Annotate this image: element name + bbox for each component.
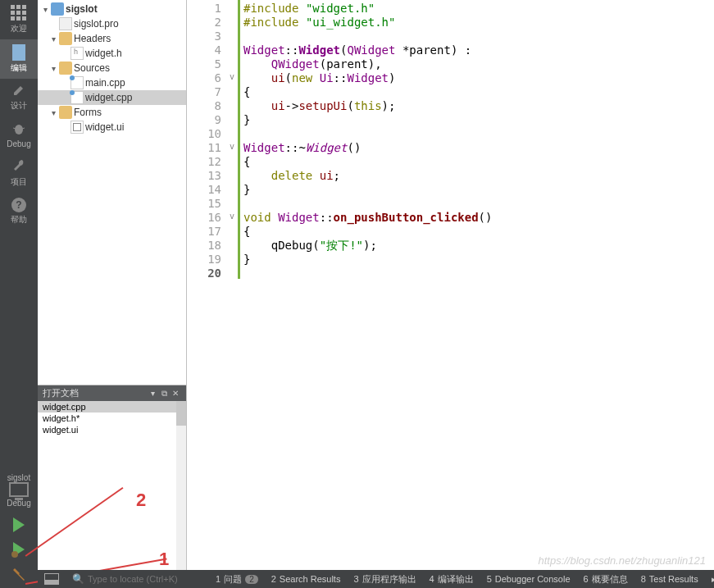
code-line[interactable]: ui(new Ui::Widget): [243, 71, 711, 85]
tree-pro-file[interactable]: sigslot.pro: [38, 16, 186, 31]
code-line[interactable]: {: [243, 155, 711, 169]
code-line[interactable]: }: [243, 113, 711, 127]
tree-root[interactable]: ▾sigslot: [38, 2, 186, 16]
scrollbar[interactable]: [176, 401, 186, 588]
code-line[interactable]: #include "widget.h": [243, 2, 711, 16]
tree-headers-folder[interactable]: ▾Headers: [38, 31, 186, 46]
run-debug-button[interactable]: [0, 537, 38, 562]
locator[interactable]: 🔍: [66, 573, 209, 585]
activity-bar: 欢迎 编辑 设计 Debug 项目 ? 帮助 sigslot Debug: [0, 0, 38, 588]
tree-widget-h[interactable]: widget.h: [38, 46, 186, 61]
fold-marker: [226, 125, 238, 139]
open-doc-item[interactable]: widget.cpp: [38, 401, 186, 413]
pane-label: 概要信息: [592, 573, 628, 586]
run-button[interactable]: [0, 513, 38, 537]
code-line[interactable]: QWidget(parent),: [243, 57, 711, 71]
line-number: 14: [189, 183, 221, 197]
annotation-number: 2: [136, 490, 146, 511]
kit-selector[interactable]: sigslot Debug: [0, 468, 38, 513]
code-line[interactable]: Widget::~Widget(): [243, 141, 711, 155]
line-number: 11: [189, 141, 221, 155]
code-line[interactable]: void Widget::on_pushButton_clicked(): [243, 211, 711, 225]
tree-label: sigslot.pro: [74, 18, 119, 30]
file-icon: [59, 17, 72, 30]
code-line[interactable]: qDebug("按下!");: [243, 239, 711, 253]
pane-label: 编译输出: [438, 573, 474, 586]
output-pane-tab[interactable]: 6 概要信息: [577, 573, 634, 586]
code-editor[interactable]: 1234567891011121314151617181920 vvv #inc…: [187, 0, 714, 588]
cpp-file-icon: [70, 76, 84, 89]
mode-edit[interactable]: 编辑: [0, 39, 38, 79]
output-pane-tab[interactable]: 2 Search Results: [265, 573, 348, 586]
code-line[interactable]: ui->setupUi(this);: [243, 99, 711, 113]
mode-design[interactable]: 设计: [0, 79, 38, 116]
toggle-sidebar-button[interactable]: [38, 573, 66, 585]
tree-widget-ui[interactable]: widget.ui: [38, 120, 186, 134]
mode-label: 设计: [0, 100, 38, 112]
fold-marker: [226, 153, 238, 167]
play-debug-icon: [13, 542, 25, 557]
line-number: 10: [189, 127, 221, 141]
open-documents-title: 打开文档: [43, 387, 147, 399]
open-doc-item[interactable]: widget.ui: [38, 424, 186, 435]
output-pane-tab[interactable]: 1 问题 2: [209, 573, 265, 586]
mode-help[interactable]: ? 帮助: [0, 193, 38, 230]
side-panel: ▾sigslot sigslot.pro ▾Headers widget.h ▾…: [38, 0, 187, 588]
code-line[interactable]: [243, 197, 711, 211]
output-pane-tab[interactable]: 4 编译输出: [423, 573, 480, 586]
folder-icon: [59, 32, 72, 45]
chevron-down-icon: ▾: [49, 108, 57, 117]
code-content[interactable]: #include "widget.h"#include "ui_widget.h…: [240, 0, 714, 588]
code-line[interactable]: delete ui;: [243, 169, 711, 183]
scrollbar-thumb[interactable]: [176, 401, 186, 426]
fold-marker: [226, 265, 238, 279]
project-name: sigslot: [0, 473, 38, 482]
line-number: 1: [189, 2, 221, 16]
split-button[interactable]: ⧉: [158, 389, 170, 399]
tree-main-cpp[interactable]: main.cpp: [38, 75, 186, 90]
annotation-arrow: [25, 487, 124, 556]
build-button[interactable]: [0, 562, 38, 588]
code-line[interactable]: [243, 267, 711, 280]
pane-more-button[interactable]: ▸: [705, 573, 714, 586]
pencil-icon: [12, 84, 25, 97]
code-line[interactable]: }: [243, 183, 711, 197]
code-line[interactable]: [243, 127, 711, 141]
mode-debug[interactable]: Debug: [0, 116, 38, 153]
output-pane-tab[interactable]: 8 Test Results: [634, 573, 705, 586]
fold-marker[interactable]: v: [226, 209, 238, 223]
locator-input[interactable]: [88, 574, 202, 584]
fold-marker[interactable]: v: [226, 139, 238, 153]
fold-marker: [226, 237, 238, 251]
close-button[interactable]: ✕: [170, 389, 181, 398]
grid-icon: [11, 5, 27, 21]
output-panes: 1 问题 22 Search Results3 应用程序输出4 编译输出5 De…: [209, 573, 714, 586]
mode-projects[interactable]: 项目: [0, 153, 38, 193]
tree-widget-cpp[interactable]: widget.cpp: [38, 90, 186, 105]
open-doc-label: widget.h*: [43, 413, 80, 423]
pane-label: Search Results: [280, 574, 341, 584]
mode-welcome[interactable]: 欢迎: [0, 0, 38, 39]
tree-forms-folder[interactable]: ▾Forms: [38, 105, 186, 120]
output-pane-tab[interactable]: 5 Debugger Console: [480, 573, 577, 586]
code-line[interactable]: Widget::Widget(QWidget *parent) :: [243, 43, 711, 57]
tree-sources-folder[interactable]: ▾Sources: [38, 61, 186, 75]
pane-number: 1: [216, 574, 221, 584]
code-line[interactable]: #include "ui_widget.h": [243, 16, 711, 30]
line-number: 3: [189, 30, 221, 43]
fold-marker[interactable]: v: [226, 70, 238, 84]
hammer-icon: [11, 567, 26, 581]
open-doc-item[interactable]: widget.h*: [38, 413, 186, 424]
pane-number: 8: [641, 574, 646, 584]
folder-icon: [59, 106, 72, 119]
code-line[interactable]: [243, 30, 711, 43]
code-line[interactable]: }: [243, 253, 711, 267]
pane-number: 4: [430, 574, 434, 584]
output-pane-tab[interactable]: 3 应用程序输出: [347, 573, 422, 586]
tree-label: main.cpp: [85, 77, 125, 89]
tree-label: Sources: [74, 62, 110, 74]
dropdown-button[interactable]: ▾: [147, 389, 158, 398]
code-line[interactable]: {: [243, 85, 711, 99]
mode-label: 帮助: [0, 214, 38, 226]
code-line[interactable]: {: [243, 225, 711, 239]
